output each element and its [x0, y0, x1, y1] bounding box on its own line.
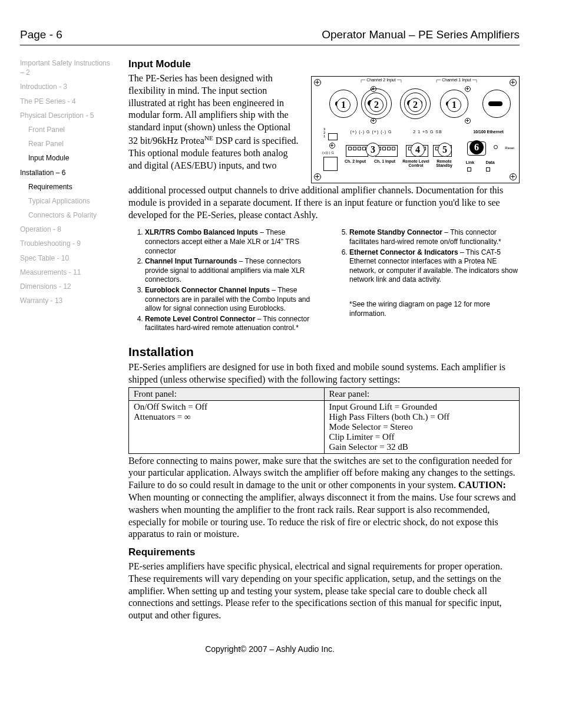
footer-copyright: Copyright© 2007 – Ashly Audio Inc. [20, 644, 520, 654]
toc-item[interactable]: Installation – 6 [20, 168, 114, 177]
doc-title: Operator Manual – PE Series Amplifiers [322, 28, 520, 41]
toc-subitem[interactable]: Front Panel [20, 125, 114, 134]
callout-2: 2 [369, 98, 384, 112]
diagram-pin-labels: 2 1 +5 G SB [405, 130, 451, 134]
feature-item: Ethernet Connector & Indicators – This C… [349, 248, 520, 285]
diagram-box [323, 157, 338, 171]
diagram-label: ┌─ Channel 2 Input ─┐ [352, 78, 411, 82]
feature-item: Remote Level Control Connector – This co… [145, 315, 315, 333]
diagram-pin-labels: (+) (-) G (+) (-) G [345, 130, 398, 134]
toc-item[interactable]: Warranty - 13 [20, 296, 114, 305]
diagram-label: ┌─ Channel 1 Input ─┐ [427, 78, 486, 82]
table-cell-rear: Input Ground Lift = GroundedHigh Pass Fi… [324, 400, 520, 453]
main-content: Input Module The PE-Series has been desi… [128, 58, 520, 622]
callout-3: 3 [366, 143, 380, 157]
screw-icon [314, 79, 321, 86]
feature-columns: XLR/TRS Combo Balanced Inputs – These co… [128, 228, 520, 334]
connector-slot-icon [488, 101, 503, 106]
screw-icon [465, 86, 471, 92]
header-rule [20, 45, 520, 45]
input-module-heading: Input Module [128, 58, 520, 70]
reset-hole-icon [494, 145, 498, 149]
screw-icon [510, 79, 517, 86]
diagram-label: Data [482, 160, 498, 164]
toc-item[interactable]: Troubleshooting - 9 [20, 239, 114, 248]
diagram-reset-label: Reset [505, 146, 514, 150]
toc-subitem[interactable]: Rear Panel [20, 139, 114, 149]
toc-item[interactable]: Measurements - 11 [20, 268, 114, 277]
toc-item[interactable]: Operation - 8 [20, 225, 114, 234]
feature-item: XLR/TRS Combo Balanced Inputs – These co… [145, 228, 315, 256]
requirements-heading: Requirements [128, 546, 520, 558]
intro-sup: NE [204, 134, 213, 141]
screw-icon [465, 118, 471, 124]
led-icon [486, 167, 490, 172]
diagram-box [328, 133, 338, 140]
input-module-diagram: ┌─ Channel 2 Input ─┐ ┌─ Channel 1 Input… [311, 76, 520, 183]
callout-1: 1 [336, 98, 351, 112]
callout-5: 5 [438, 143, 452, 157]
diagram-label: Link [462, 160, 478, 164]
table-header-front: Front panel: [129, 387, 325, 400]
table-header-rear: Rear panel: [324, 387, 520, 400]
led-icon [467, 167, 471, 172]
screw-icon [510, 173, 517, 180]
toc-subitem[interactable]: Requirements [20, 182, 114, 192]
factory-settings-table: Front panel: Rear panel: On/Off Switch =… [128, 387, 520, 454]
toc-item[interactable]: The PE Series - 4 [20, 97, 114, 106]
diagram-label: Remote Level Control [401, 159, 431, 167]
diagram-eth-label: 10/100 Ethernet [465, 130, 512, 134]
toc-subitem[interactable]: Typical Applications [20, 196, 114, 206]
installation-body: Before connecting to mains power, make s… [128, 455, 520, 541]
feature-item: Remote Standby Connector – This connecto… [349, 228, 520, 246]
diagram-marks: 321 [323, 127, 325, 138]
toc-item[interactable]: Important Safety Instructions – 2 [20, 58, 114, 77]
table-cell-front: On/Off Switch = OffAttenuators = ∞ [129, 400, 325, 453]
diagram-label: Remote Standby [432, 159, 457, 167]
diagram-label: Ch. 1 Input [373, 159, 396, 163]
callout-2: 2 [408, 98, 422, 112]
toc-subitem[interactable]: Input Module [20, 153, 114, 163]
installation-heading: Installation [128, 345, 520, 359]
toc-item[interactable]: Spec Table - 10 [20, 253, 114, 263]
page-number: Page - 6 [20, 28, 62, 41]
screw-icon [329, 143, 335, 149]
euroblock-icon [346, 145, 368, 157]
screw-icon [314, 173, 321, 180]
installation-intro: PE-Series amplifiers are designed for us… [128, 361, 520, 386]
features-note: *See the wiring diagram on page 12 for m… [333, 300, 520, 318]
input-module-intro-cont: additional processed output channels to … [128, 185, 520, 221]
callout-1: 1 [447, 98, 461, 112]
requirements-body: PE-series amplifiers have specific physi… [128, 561, 520, 622]
toc-item[interactable]: Introduction - 3 [20, 82, 114, 91]
input-module-intro: The PE-Series has been designed with fle… [128, 73, 300, 172]
toc-item[interactable]: Physical Description - 5 [20, 111, 114, 120]
diagram-label: Ch. 2 Input [343, 159, 367, 163]
feature-item: Channel Input Turnarounds – These connec… [145, 257, 315, 285]
toc-sidebar: Important Safety Instructions – 2Introdu… [20, 58, 114, 622]
callout-6: 6 [470, 140, 484, 154]
callout-4: 4 [411, 143, 425, 157]
toc-subitem[interactable]: Connectors & Polarity [20, 210, 114, 220]
feature-item: Euroblock Connector Channel Inputs – The… [145, 286, 315, 314]
toc-item[interactable]: Dimensions - 12 [20, 282, 114, 291]
diagram-marks: (+)(-) G [322, 151, 334, 154]
caution-label: CAUTION: [458, 480, 506, 490]
install-text-1: Before connecting to mains power, make s… [128, 456, 515, 490]
install-text-2: When mounting or connecting the amplifie… [128, 492, 515, 539]
